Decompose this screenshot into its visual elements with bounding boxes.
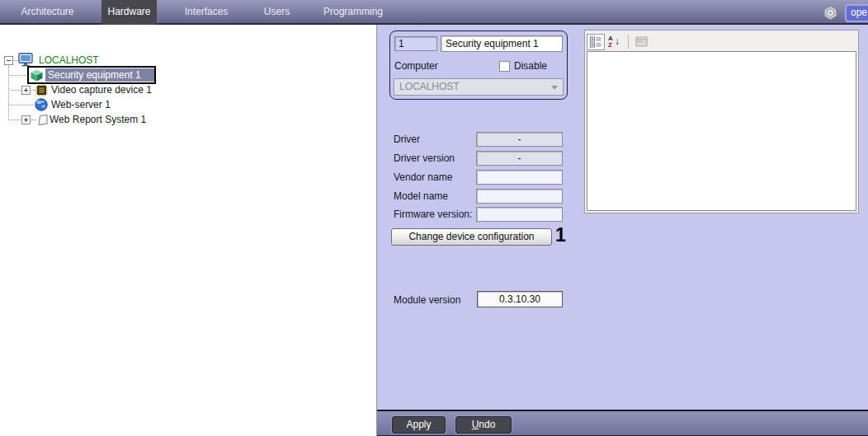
- main-menu-bar: Architecture Hardware Interfaces Users P…: [0, 0, 868, 25]
- disable-label: Disable: [514, 60, 547, 72]
- undo-button-label: Undo: [472, 417, 496, 433]
- tree-item-label: Security equipment 1: [45, 68, 154, 82]
- name-input[interactable]: Security equipment 1: [441, 35, 563, 52]
- id-input[interactable]: 1: [394, 36, 437, 51]
- field-value-firmware-version[interactable]: [476, 207, 563, 222]
- field-value-vendor-name[interactable]: [476, 170, 563, 185]
- report-page-icon: [37, 113, 49, 126]
- tree-connector: [8, 75, 26, 76]
- globe-icon: [35, 98, 48, 111]
- tree-item-video-capture[interactable]: Video capture device 1: [51, 84, 152, 96]
- tree-connector: [8, 120, 21, 120]
- expand-toggle-localhost[interactable]: [4, 56, 13, 65]
- tree-connector: [8, 90, 21, 91]
- tree-connector: [8, 105, 33, 105]
- property-pages-icon: [632, 34, 650, 50]
- chevron-down-icon: [551, 86, 558, 90]
- tree-item-localhost[interactable]: LOCALHOST: [39, 54, 99, 66]
- tree-item-web-report[interactable]: Web Report System 1: [50, 114, 146, 125]
- disable-checkbox[interactable]: [499, 61, 510, 72]
- field-value-driver-version: -: [476, 151, 563, 166]
- tab-programming[interactable]: Programming: [320, 0, 386, 23]
- hexagon-logo-icon: [823, 5, 838, 21]
- field-label-firmware-version: Firmware version:: [394, 209, 472, 220]
- module-version-label: Module version: [394, 294, 460, 306]
- computer-select-value: LOCALHOST: [399, 81, 460, 92]
- tree-connector: [31, 120, 36, 120]
- computer-select[interactable]: LOCALHOST: [394, 78, 564, 96]
- property-grid-toolbar: AZ↓: [587, 33, 651, 50]
- tree-item-web-server[interactable]: Web-server 1: [51, 99, 111, 110]
- security-cube-icon: [31, 69, 43, 82]
- computer-icon: [18, 53, 34, 67]
- categorized-icon[interactable]: [587, 34, 605, 50]
- hardware-tree-panel: LOCALHOST Security equipment 1 V: [0, 25, 376, 436]
- field-value-driver: -: [476, 132, 563, 147]
- property-grid-content: [587, 51, 856, 211]
- field-value-model-name[interactable]: [476, 189, 563, 204]
- application-window: Architecture Hardware Interfaces Users P…: [0, 0, 868, 436]
- field-label-vendor-name: Vendor name: [394, 171, 452, 183]
- sort-az-icon[interactable]: AZ↓: [606, 34, 624, 50]
- module-version-value: 0.3.10.30: [477, 291, 563, 307]
- footer-bar: Apply Undo: [377, 410, 868, 436]
- undo-button[interactable]: Undo: [455, 416, 512, 434]
- apply-button[interactable]: Apply: [392, 416, 446, 434]
- callout-number: 1: [555, 224, 566, 246]
- change-device-configuration-button[interactable]: Change device configuration: [391, 228, 552, 246]
- tab-hardware[interactable]: Hardware: [101, 0, 157, 25]
- expand-toggle-web-report[interactable]: [21, 115, 31, 124]
- tab-interfaces[interactable]: Interfaces: [176, 0, 237, 23]
- property-grid-panel: AZ↓: [584, 30, 859, 213]
- video-capture-icon: [35, 84, 48, 96]
- toolbar-separator: [628, 35, 629, 49]
- tab-users[interactable]: Users: [254, 0, 300, 23]
- tab-architecture[interactable]: Architecture: [8, 0, 87, 23]
- tree-connector: [8, 66, 9, 120]
- computer-label: Computer: [394, 60, 438, 72]
- expand-toggle-video-capture[interactable]: [21, 86, 31, 95]
- field-label-model-name: Model name: [394, 190, 448, 202]
- field-label-driver: Driver: [394, 134, 420, 145]
- tree-item-security-equipment[interactable]: Security equipment 1: [27, 66, 156, 84]
- corner-operator-button[interactable]: ope: [845, 4, 868, 22]
- field-label-driver-version: Driver version: [394, 152, 455, 164]
